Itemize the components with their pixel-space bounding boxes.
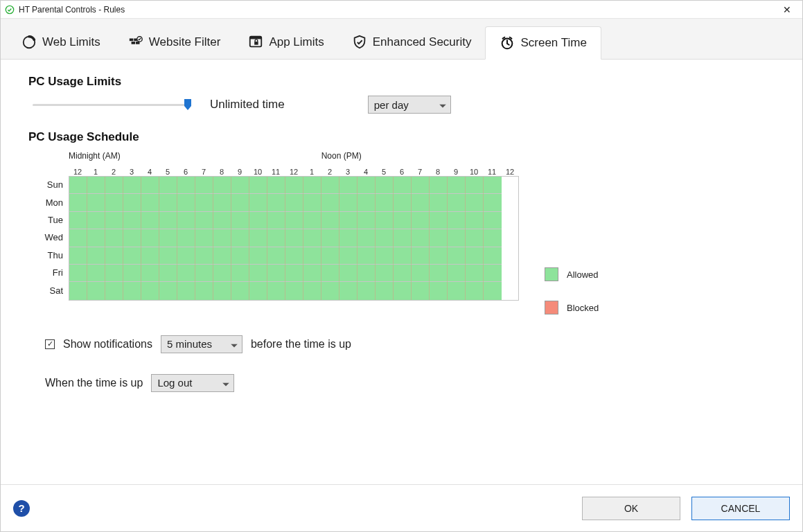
schedule-cell[interactable] [159,177,177,194]
schedule-cell[interactable] [376,229,394,247]
schedule-cell[interactable] [303,212,321,229]
schedule-cell[interactable] [358,247,376,265]
schedule-cell[interactable] [141,212,159,229]
tab-website-filter[interactable]: Website Filter [114,26,235,59]
schedule-cell[interactable] [412,212,430,229]
schedule-cell[interactable] [249,265,267,282]
schedule-cell[interactable] [231,247,249,265]
schedule-cell[interactable] [448,229,466,247]
schedule-cell[interactable] [484,247,502,265]
schedule-cell[interactable] [231,177,249,194]
schedule-cell[interactable] [267,212,285,229]
schedule-cell[interactable] [69,265,87,282]
schedule-cell[interactable] [249,282,267,299]
schedule-cell[interactable] [394,212,412,229]
schedule-cell[interactable] [267,177,285,194]
schedule-cell[interactable] [267,265,285,282]
schedule-cell[interactable] [123,212,141,229]
time-limit-slider[interactable] [33,98,189,111]
schedule-cell[interactable] [466,194,484,211]
schedule-cell[interactable] [159,247,177,265]
schedule-cell[interactable] [87,229,105,247]
schedule-cell[interactable] [177,229,195,247]
schedule-cell[interactable] [376,265,394,282]
schedule-cell[interactable] [285,194,303,211]
help-button[interactable]: ? [13,500,30,517]
schedule-cell[interactable] [339,194,358,211]
timeout-action-select[interactable]: Log out [151,374,234,392]
schedule-cell[interactable] [159,265,177,282]
schedule-cell[interactable] [484,265,502,282]
schedule-cell[interactable] [285,229,303,247]
schedule-cell[interactable] [339,247,358,265]
schedule-cell[interactable] [466,247,484,265]
schedule-cell[interactable] [303,282,321,299]
schedule-cell[interactable] [141,177,159,194]
schedule-cell[interactable] [231,229,249,247]
period-select[interactable]: per day [368,96,451,114]
schedule-cell[interactable] [141,265,159,282]
schedule-cell[interactable] [177,265,195,282]
close-button[interactable]: ✕ [776,4,798,15]
schedule-cell[interactable] [466,229,484,247]
schedule-cell[interactable] [87,177,105,194]
schedule-cell[interactable] [303,194,321,211]
schedule-cell[interactable] [394,229,412,247]
schedule-cell[interactable] [141,194,159,211]
schedule-cell[interactable] [412,282,430,299]
schedule-cell[interactable] [177,282,195,299]
tab-web-limits[interactable]: Web Limits [8,26,114,59]
schedule-cell[interactable] [394,177,412,194]
schedule-cell[interactable] [69,247,87,265]
schedule-cell[interactable] [213,177,231,194]
schedule-cell[interactable] [87,212,105,229]
schedule-cell[interactable] [177,247,195,265]
schedule-cell[interactable] [123,265,141,282]
schedule-cell[interactable] [177,194,195,211]
schedule-cell[interactable] [69,212,87,229]
schedule-cell[interactable] [123,229,141,247]
schedule-cell[interactable] [358,229,376,247]
ok-button[interactable]: OK [582,497,680,520]
schedule-cell[interactable] [339,282,358,299]
schedule-cell[interactable] [303,229,321,247]
schedule-cell[interactable] [195,247,213,265]
schedule-cell[interactable] [285,247,303,265]
schedule-cell[interactable] [321,212,339,229]
schedule-cell[interactable] [484,212,502,229]
schedule-cell[interactable] [159,212,177,229]
slider-thumb-icon[interactable] [182,98,194,111]
schedule-cell[interactable] [448,194,466,211]
schedule-cell[interactable] [303,247,321,265]
schedule-cell[interactable] [358,177,376,194]
schedule-cell[interactable] [87,282,105,299]
tab-screen-time[interactable]: Screen Time [485,26,601,60]
schedule-cell[interactable] [123,282,141,299]
schedule-cell[interactable] [87,247,105,265]
schedule-cell[interactable] [123,194,141,211]
schedule-cell[interactable] [321,177,339,194]
schedule-cell[interactable] [448,212,466,229]
schedule-cell[interactable] [267,229,285,247]
schedule-cell[interactable] [412,194,430,211]
schedule-cell[interactable] [321,229,339,247]
schedule-cell[interactable] [394,194,412,211]
schedule-cell[interactable] [231,212,249,229]
schedule-cell[interactable] [412,247,430,265]
schedule-cell[interactable] [195,212,213,229]
schedule-cell[interactable] [484,229,502,247]
schedule-cell[interactable] [123,177,141,194]
schedule-cell[interactable] [466,212,484,229]
schedule-cell[interactable] [466,265,484,282]
schedule-cell[interactable] [358,212,376,229]
schedule-cell[interactable] [249,229,267,247]
schedule-cell[interactable] [394,247,412,265]
schedule-cell[interactable] [412,177,430,194]
schedule-cell[interactable] [394,282,412,299]
schedule-cell[interactable] [105,194,123,211]
schedule-cell[interactable] [448,282,466,299]
schedule-cell[interactable] [213,194,231,211]
schedule-cell[interactable] [105,177,123,194]
schedule-cell[interactable] [69,194,87,211]
schedule-cell[interactable] [285,265,303,282]
